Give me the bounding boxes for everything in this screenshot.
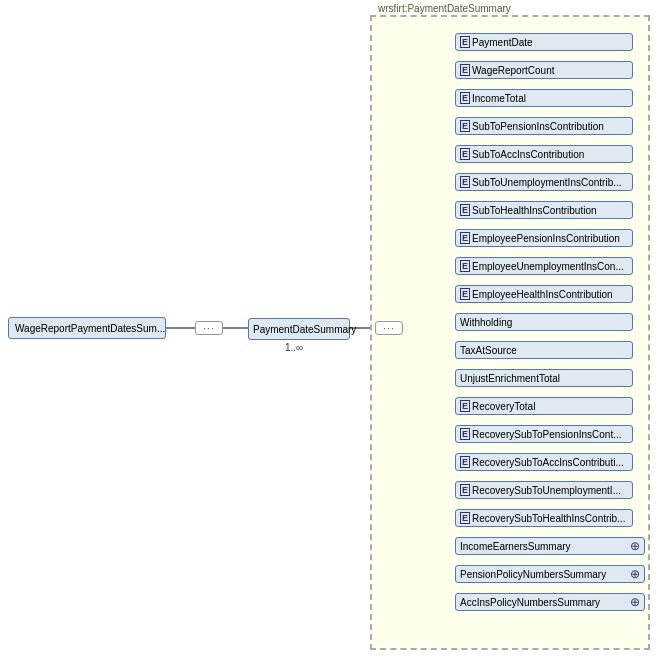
node-emp-unemployment[interactable]: EmployeeUnemploymentInsCon...: [455, 257, 633, 275]
node-label: SubToPensionInsContribution: [472, 121, 604, 132]
node-recovery-acc[interactable]: RecoverySubToAccInsContributi...: [455, 453, 633, 471]
wage-report-label: WageReportPaymentDatesSum...: [15, 323, 165, 334]
node-label: RecoverySubToUnemploymentI...: [472, 485, 621, 496]
node-label: RecoveryTotal: [472, 401, 535, 412]
node-emp-health[interactable]: EmployeeHealthInsContribution: [455, 285, 633, 303]
node-label: IncomeEarnersSummary: [460, 541, 571, 552]
node-unjust-enrichment[interactable]: UnjustEnrichmentTotal: [455, 369, 633, 387]
node-sub-unemployment[interactable]: SubToUnemploymentInsContrib...: [455, 173, 633, 191]
node-label: EmployeeHealthInsContribution: [472, 289, 613, 300]
node-label: PaymentDate: [472, 37, 533, 48]
node-label: PensionPolicyNumbersSummary: [460, 569, 606, 580]
wage-report-node[interactable]: WageReportPaymentDatesSum...: [8, 317, 166, 339]
node-label: SubToHealthInsContribution: [472, 205, 597, 216]
node-recovery-health[interactable]: RecoverySubToHealthInsContrib...: [455, 509, 633, 527]
node-acc-ins-policy-summary[interactable]: AccInsPolicyNumbersSummary ⊕: [455, 593, 645, 611]
node-income-total[interactable]: IncomeTotal: [455, 89, 633, 107]
node-label: EmployeeUnemploymentInsCon...: [472, 261, 624, 272]
multiplicity-label: 1..∞: [285, 342, 303, 353]
node-recovery-pension[interactable]: RecoverySubToPensionInsCont...: [455, 425, 633, 443]
node-label: RecoverySubToPensionInsCont...: [472, 429, 622, 440]
node-payment-date[interactable]: PaymentDate: [455, 33, 633, 51]
node-label: AccInsPolicyNumbersSummary: [460, 597, 600, 608]
node-label: SubToUnemploymentInsContrib...: [472, 177, 622, 188]
expand-icon[interactable]: ⊕: [630, 595, 640, 609]
node-tax-at-source[interactable]: TaxAtSource: [455, 341, 633, 359]
payment-date-summary-label: PaymentDateSummary: [253, 324, 356, 335]
node-label: WageReportCount: [472, 65, 554, 76]
expand-icon[interactable]: ⊕: [630, 567, 640, 581]
group-label: wrsfirt:PaymentDateSummary: [376, 3, 513, 14]
expand-icon[interactable]: ⊕: [630, 539, 640, 553]
node-label: EmployeePensionInsContribution: [472, 233, 620, 244]
node-sub-pension[interactable]: SubToPensionInsContribution: [455, 117, 633, 135]
node-label: UnjustEnrichmentTotal: [460, 373, 560, 384]
node-wage-report-count[interactable]: WageReportCount: [455, 61, 633, 79]
node-sub-acc[interactable]: SubToAccInsContribution: [455, 145, 633, 163]
node-sub-health[interactable]: SubToHealthInsContribution: [455, 201, 633, 219]
node-label: RecoverySubToHealthInsContrib...: [472, 513, 625, 524]
payment-date-summary-node[interactable]: PaymentDateSummary: [248, 318, 350, 340]
node-label: SubToAccInsContribution: [472, 149, 584, 160]
connector2[interactable]: ···: [375, 321, 403, 335]
node-income-earners-summary[interactable]: IncomeEarnersSummary ⊕: [455, 537, 645, 555]
node-label: TaxAtSource: [460, 345, 517, 356]
connector1[interactable]: ···: [195, 321, 223, 335]
diagram-container: wrsfirt:PaymentDateSummary WageReportPay…: [0, 0, 662, 667]
node-recovery-total[interactable]: RecoveryTotal: [455, 397, 633, 415]
node-label: Withholding: [460, 317, 512, 328]
node-recovery-unemployment[interactable]: RecoverySubToUnemploymentI...: [455, 481, 633, 499]
node-withholding[interactable]: Withholding: [455, 313, 633, 331]
node-label: RecoverySubToAccInsContributi...: [472, 457, 624, 468]
node-emp-pension[interactable]: EmployeePensionInsContribution: [455, 229, 633, 247]
node-pension-policy-summary[interactable]: PensionPolicyNumbersSummary ⊕: [455, 565, 645, 583]
node-label: IncomeTotal: [472, 93, 526, 104]
